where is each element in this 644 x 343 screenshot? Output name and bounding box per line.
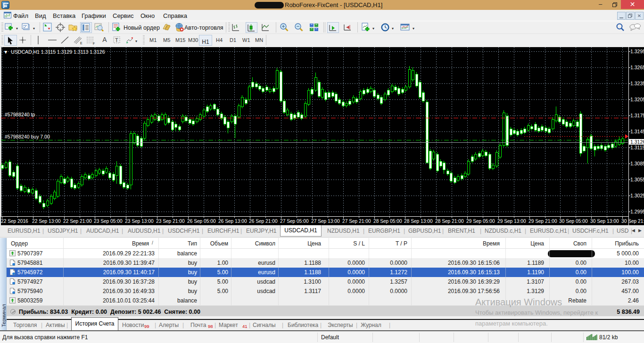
svg-text:1.3235: 1.3235 [630, 81, 644, 86]
svg-text:26 Sep 21:00: 26 Sep 21:00 [249, 219, 278, 224]
svg-text:1.3145: 1.3145 [630, 129, 644, 134]
svg-text:26 Sep 05:00: 26 Sep 05:00 [187, 219, 216, 224]
svg-text:1.3175: 1.3175 [630, 113, 644, 118]
svg-text:22 Sep 21:00: 22 Sep 21:00 [63, 219, 92, 224]
svg-text:1.3115: 1.3115 [630, 145, 644, 150]
svg-text:E: E [80, 41, 83, 45]
svg-text:23 Sep 05:00: 23 Sep 05:00 [94, 219, 123, 224]
svg-text:30 Sep 21:00: 30 Sep 21:00 [621, 219, 644, 224]
svg-text:1.3085: 1.3085 [630, 161, 644, 166]
svg-text:1.3205: 1.3205 [630, 97, 644, 102]
svg-text:30 Sep 05:00: 30 Sep 05:00 [559, 219, 588, 224]
svg-text:1.2995: 1.2995 [630, 209, 644, 214]
svg-text:22 Sep 13:00: 22 Sep 13:00 [32, 219, 61, 224]
svg-text:1.3265: 1.3265 [630, 65, 644, 70]
svg-text:1.3295: 1.3295 [630, 49, 644, 54]
svg-text:27 Sep 21:00: 27 Sep 21:00 [342, 219, 371, 224]
svg-text:28 Sep 05:00: 28 Sep 05:00 [373, 219, 402, 224]
svg-text:28 Sep 13:00: 28 Sep 13:00 [404, 219, 433, 224]
svg-text:27 Sep 13:00: 27 Sep 13:00 [311, 219, 340, 224]
svg-text:29 Sep 21:00: 29 Sep 21:00 [528, 219, 557, 224]
svg-text:1.3126: 1.3126 [630, 139, 644, 145]
svg-text:29 Sep 13:00: 29 Sep 13:00 [497, 219, 526, 224]
svg-text:29 Sep 05:00: 29 Sep 05:00 [466, 219, 495, 224]
svg-text:T: T [115, 37, 118, 43]
svg-text:#57988240 tp: #57988240 tp [5, 112, 35, 117]
svg-text:▼ USDCAD,H1 1.3115 1.3129 1.: ▼ USDCAD,H1 1.3115 1.3129 1.3113 1.3126 [3, 49, 105, 55]
svg-text:30 Sep 13:00: 30 Sep 13:00 [590, 219, 619, 224]
svg-text:#57988240 buy 7.00: #57988240 buy 7.00 [5, 134, 50, 139]
svg-text:23 Sep 21:00: 23 Sep 21:00 [156, 219, 185, 224]
svg-text:26 Sep 13:00: 26 Sep 13:00 [218, 219, 247, 224]
svg-text:27 Sep 05:00: 27 Sep 05:00 [280, 219, 309, 224]
svg-text:1.3025: 1.3025 [630, 193, 644, 198]
svg-text:28 Sep 21:00: 28 Sep 21:00 [435, 219, 464, 224]
svg-text:22 Sep 2016: 22 Sep 2016 [1, 219, 28, 224]
svg-text:23 Sep 13:00: 23 Sep 13:00 [125, 219, 154, 224]
svg-text:F: F [93, 42, 95, 45]
svg-text:1.3055: 1.3055 [630, 177, 644, 182]
